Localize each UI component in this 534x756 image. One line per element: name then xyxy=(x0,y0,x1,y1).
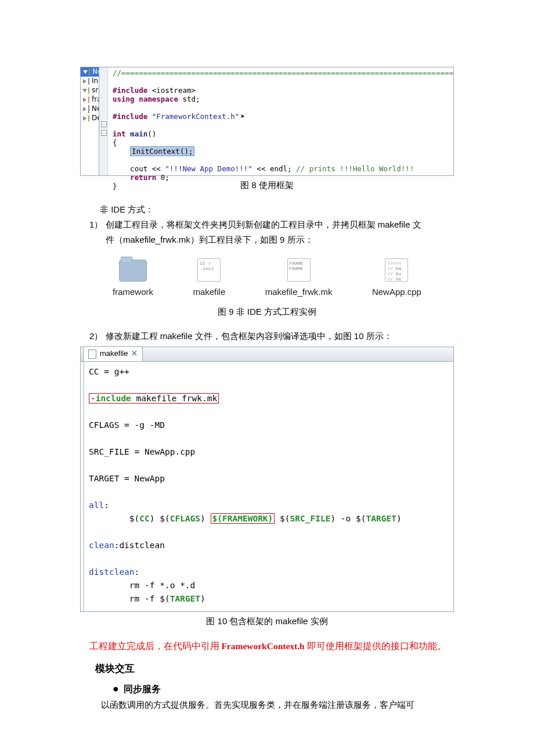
fig9-file-listing: framework CC = -incl makefile FRAME FRAM… xyxy=(80,247,454,303)
fig9-framework: framework xyxy=(113,260,153,299)
project-icon xyxy=(89,69,90,75)
expand-icon xyxy=(83,70,88,74)
folder-icon xyxy=(88,96,89,103)
fig9-newapp-cpp: //=== // Na // Au // Ve NewApp.cpp xyxy=(372,258,421,299)
editor-tab[interactable]: makefile ✕ xyxy=(83,346,143,361)
code-lines: //======================================… xyxy=(108,67,453,175)
cpp-file-icon xyxy=(88,105,89,113)
project-tree: NewApp Includes src framework NewApp.cpp xyxy=(81,67,99,175)
fig8-ide-screenshot: NewApp Includes src framework NewApp.cpp xyxy=(80,67,454,176)
fold-icon[interactable]: - xyxy=(101,121,107,127)
expand-icon xyxy=(82,89,87,92)
highlight-include-line: -include makefile_frwk.mk xyxy=(89,393,219,404)
file-icon xyxy=(88,350,96,359)
gutter: - - xyxy=(99,67,108,175)
collapse-icon xyxy=(83,116,86,121)
text-file-icon: CC = -incl xyxy=(197,258,221,282)
red-note: 工程建立完成后，在代码中引用 FrameworkContext.h 即可使用框架… xyxy=(80,639,454,654)
tree-label: Debug xyxy=(92,113,99,124)
fold-icon[interactable]: - xyxy=(101,130,107,136)
editor-tabbar: makefile ✕ xyxy=(81,347,453,362)
file-label: framework xyxy=(113,285,153,299)
fig9-makefile: CC = -incl makefile xyxy=(193,258,225,299)
collapse-icon xyxy=(83,98,86,102)
close-icon[interactable]: ✕ xyxy=(131,348,138,360)
fig9-caption: 图 9 非 IDE 方式工程实例 xyxy=(80,305,454,319)
cursor-icon: ➤ xyxy=(240,112,245,121)
fig10-caption: 图 10 包含框架的 makefile 实例 xyxy=(80,614,454,628)
tree-debug[interactable]: Debug xyxy=(81,114,99,123)
file-label: NewApp.cpp xyxy=(372,285,421,299)
fig9-makefile-frwk: FRAME FRAME makefile_frwk.mk xyxy=(265,258,333,299)
highlight-framework-var: $(FRAMEWORK) xyxy=(211,513,275,524)
file-label: makefile xyxy=(193,285,225,299)
collapse-icon xyxy=(83,79,86,84)
code-editor[interactable]: - - //==================================… xyxy=(99,67,453,175)
bullet-icon: ● xyxy=(113,683,119,694)
folder-icon xyxy=(88,87,89,94)
file-label: makefile_frwk.mk xyxy=(265,285,333,299)
section-heading: 模块交互 xyxy=(95,661,454,676)
collapse-icon xyxy=(83,107,86,111)
step-2: 2） 修改新建工程 makefile 文件，包含框架内容到编译选项中，如图 10… xyxy=(80,329,454,343)
text-file-icon: FRAME FRAME xyxy=(287,258,311,282)
highlighted-code: InitContext(); xyxy=(130,146,194,156)
includes-icon xyxy=(88,78,89,85)
text-file-icon: //=== // Na // Au // Ve xyxy=(385,258,408,282)
non-ide-label: 非 IDE 方式： xyxy=(80,203,454,217)
folder-icon xyxy=(88,115,89,122)
bullet-sync-service: ●同步服务 xyxy=(113,681,454,697)
folder-icon xyxy=(119,260,147,282)
fig10-makefile-editor: makefile ✕ CC = g++ -include makefile_fr… xyxy=(80,347,454,612)
tab-label: makefile xyxy=(100,348,128,360)
step-1: 1） 创建工程目录，将框架文件夹拷贝到新创建的工程目录中，并拷贝框架 makef… xyxy=(80,218,454,232)
last-paragraph: 以函数调用的方式提供服务。首先实现服务类，并在服务端注册该服务，客户端可 xyxy=(101,698,454,712)
makefile-code: CC = g++ -include makefile_frwk.mk CFLAG… xyxy=(83,362,453,611)
step-1-cont: 件（makefile_frwk.mk）到工程目录下，如图 9 所示： xyxy=(80,233,454,247)
